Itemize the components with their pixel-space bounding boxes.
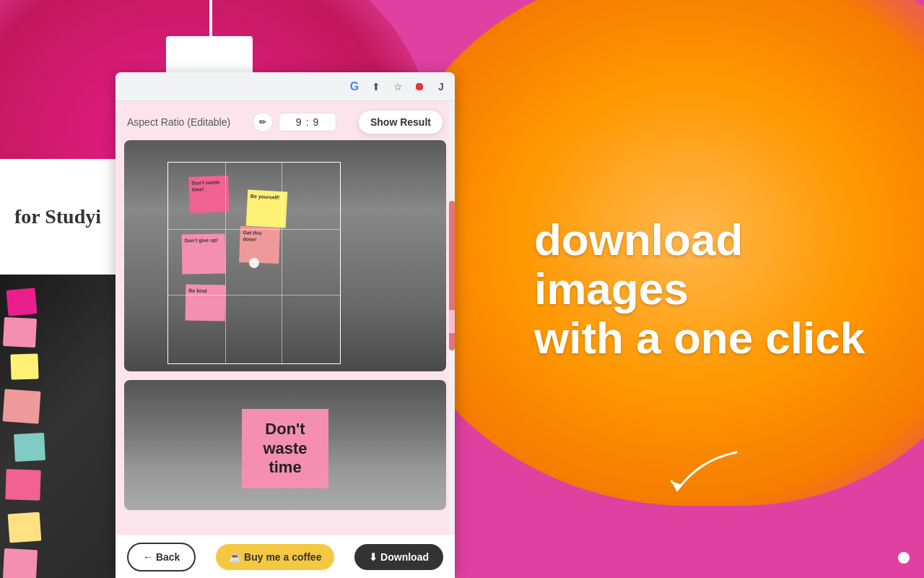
marketing-headline: download images with a one click <box>534 215 895 363</box>
ratio-value2: 9 <box>313 116 319 128</box>
bg-sticky-4 <box>2 389 40 423</box>
sticky-notes-card: Don't waste time! Be yourself! Don't giv… <box>124 140 446 371</box>
dont-waste-image: Don't waste time <box>124 380 446 510</box>
record-icon: ⏺ <box>413 80 426 93</box>
bg-sticky-2 <box>3 317 37 348</box>
bottom-bar: ← Back ☕ Buy me a coffee ⬇ Download <box>116 535 455 578</box>
sticky-notes-bg <box>0 275 116 578</box>
aspect-ratio-bar: Aspect Ratio (Editable) ✏ 9 : 9 Show Res… <box>116 101 455 140</box>
dont-waste-card: Don't waste time <box>124 380 446 510</box>
left-section: for Studyi G ⬆ ☆ ⏺ J <box>0 0 462 578</box>
grid-v2 <box>282 163 282 363</box>
crop-overlay <box>167 162 341 364</box>
ratio-separator: : <box>306 116 309 128</box>
for-studying-text: for Studyi <box>14 205 101 228</box>
bg-sticky-8 <box>3 548 38 578</box>
bg-sticky-5 <box>14 433 45 462</box>
grid-h2 <box>168 295 340 296</box>
popup-content: Aspect Ratio (Editable) ✏ 9 : 9 Show Res… <box>116 101 455 571</box>
white-text-bar: for Studyi <box>0 159 116 275</box>
share-icon: ⬆ <box>370 80 383 93</box>
ratio-input[interactable]: 9 : 9 <box>279 113 336 131</box>
google-icon: G <box>348 80 361 93</box>
bg-sticky-3 <box>10 353 38 379</box>
browser-toolbar: G ⬆ ☆ ⏺ J <box>116 72 455 101</box>
star-icon[interactable]: ☆ <box>391 80 404 93</box>
edit-icon-button[interactable]: ✏ <box>253 112 273 132</box>
download-button[interactable]: ⬇ Download <box>354 544 443 570</box>
show-result-button[interactable]: Show Result <box>358 110 443 134</box>
grid-v1 <box>225 163 226 363</box>
toolbar-icons: G ⬆ ☆ ⏺ J <box>348 80 448 93</box>
aspect-ratio-controls: ✏ 9 : 9 <box>253 112 336 132</box>
center-dot <box>249 258 259 268</box>
browser-window: G ⬆ ☆ ⏺ J Aspect Ratio (Editable) ✏ 9 : <box>116 72 455 571</box>
edit-icon: ✏ <box>259 117 266 127</box>
back-button[interactable]: ← Back <box>127 543 196 571</box>
arrow-decoration <box>664 445 751 506</box>
extension-icon: J <box>435 80 448 93</box>
ratio-value1: 9 <box>296 116 302 128</box>
popup-image-area: Don't waste time! Be yourself! Don't giv… <box>116 140 455 527</box>
bg-photo <box>0 275 116 578</box>
aspect-ratio-label: Aspect Ratio (Editable) <box>127 116 230 128</box>
dont-waste-text: Don't waste time <box>263 420 307 477</box>
grid-h1 <box>168 229 340 230</box>
headline-line1: download images <box>534 215 743 314</box>
headline-line2: with a one click <box>534 313 865 363</box>
sticky-notes-image: Don't waste time! Be yourself! Don't giv… <box>124 140 446 371</box>
pink-sticky-large: Don't waste time <box>242 409 328 488</box>
coffee-button[interactable]: ☕ Buy me a coffee <box>216 544 334 570</box>
bg-sticky-6 <box>5 469 40 501</box>
bg-sticky-1 <box>6 288 38 316</box>
bg-sticky-7 <box>8 512 42 543</box>
